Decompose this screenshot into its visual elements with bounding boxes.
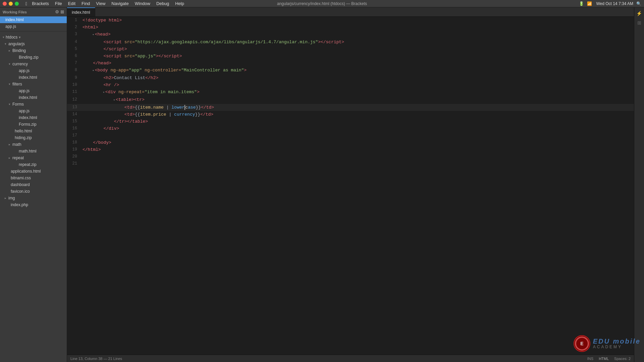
watermark-logo-icon: E: [574, 335, 590, 352]
tree-forms[interactable]: ▾ Forms: [0, 101, 67, 108]
line-content: <script src="app.js"></script>: [81, 53, 634, 60]
code-line-3: 3 ▾<head>: [67, 31, 634, 39]
extensions-icon[interactable]: ⊞: [636, 19, 643, 26]
tree-filters[interactable]: ▾ filters: [0, 81, 67, 87]
line-number: 9: [67, 74, 81, 81]
tree-repeat[interactable]: ▸ repeat: [0, 155, 67, 161]
line-number: 8: [67, 67, 81, 74]
tree-index-php[interactable]: index.php: [0, 201, 67, 208]
line-number: 2: [67, 24, 81, 31]
tree-forms-appjs[interactable]: app.js: [0, 108, 67, 114]
tree-repeat-zip[interactable]: repeat.zip: [0, 161, 67, 168]
tree-item-label: math.html: [19, 149, 37, 154]
maximize-button[interactable]: [15, 2, 19, 6]
tree-math-html[interactable]: math.html: [0, 148, 67, 155]
tree-bitnami-css[interactable]: bitnami.css: [0, 175, 67, 181]
tree-item-label: hiding.zip: [15, 135, 32, 140]
working-file-index-html[interactable]: index.html: [0, 16, 67, 23]
menu-find[interactable]: Find: [79, 0, 93, 7]
line-number: 1: [67, 17, 81, 24]
tree-currency[interactable]: ▾ currency: [0, 61, 67, 67]
htdocs-label: htdocs: [6, 35, 17, 40]
wifi-icon: 📶: [587, 1, 592, 6]
code-line-5: 5 </script>: [67, 46, 634, 53]
fold-arrow-icon[interactable]: ▾: [92, 69, 94, 72]
tree-forms-indexhtml[interactable]: index.html: [0, 114, 67, 121]
tree-currency-appjs[interactable]: app.js: [0, 67, 67, 74]
tree-forms-zip[interactable]: Forms.zip: [0, 121, 67, 128]
svg-text:E: E: [580, 341, 583, 346]
line-content: <h2>Contact List</h2>: [81, 74, 634, 81]
fold-arrow-icon[interactable]: ▾: [103, 91, 104, 94]
line-content: ▾<table><tr>: [81, 96, 634, 104]
menu-navigate[interactable]: Navigate: [109, 0, 131, 7]
editor-container: index.html 1 <!doctype html> 2 <html> 3 …: [67, 7, 634, 362]
line-number: 20: [67, 153, 81, 160]
window-title: angularjs/currency/index.html (htdocs) —…: [277, 1, 367, 6]
sidebar: Working Files ⚙ ⊠ index.html app.js ▾ ht…: [0, 7, 67, 362]
working-files-icons: ⚙ ⊠: [55, 9, 64, 14]
menu-brackets[interactable]: Brackets: [29, 0, 52, 7]
tree-currency-indexhtml[interactable]: index.html: [0, 74, 67, 81]
search-icon[interactable]: 🔍: [636, 1, 641, 6]
editor-tabs: index.html: [67, 7, 634, 17]
tree-filters-indexhtml[interactable]: index.html: [0, 94, 67, 101]
title-bar-left:  Brackets File Edit Find View Navigate …: [3, 0, 187, 7]
tree-item-label: dashboard: [11, 182, 30, 187]
tree-item-label: Forms.zip: [19, 122, 37, 127]
line-number: 10: [67, 81, 81, 88]
fold-arrow-icon[interactable]: ▾: [92, 33, 94, 37]
svg-point-1: [576, 338, 588, 350]
htdocs-arrow-indicator: ▾: [19, 35, 21, 40]
language-selector[interactable]: HTML: [599, 357, 609, 361]
tree-applications-html[interactable]: applications.html: [0, 168, 67, 175]
htdocs-folder[interactable]: ▾ htdocs ▾: [0, 33, 67, 41]
line-number: 19: [67, 146, 81, 153]
code-line-10: 10 <hr />: [67, 81, 634, 88]
close-button[interactable]: [3, 2, 7, 6]
tree-item-label: img: [8, 196, 15, 200]
tree-dashboard[interactable]: dashboard: [0, 181, 67, 188]
tree-math[interactable]: ▸ math: [0, 141, 67, 148]
line-content: ▾<head>: [81, 31, 634, 39]
close-all-icon[interactable]: ⊠: [60, 9, 64, 14]
tree-filters-appjs[interactable]: app.js: [0, 87, 67, 94]
spaces-setting[interactable]: Spaces: 2: [614, 357, 631, 361]
code-line-19: 19 </html>: [67, 146, 634, 153]
code-line-13: 13 <td>{{item.name | lowercase}}</td>: [67, 104, 634, 111]
line-content: ▾<body ng-app="app" ng-controller="MainC…: [81, 67, 634, 74]
tree-item-label: repeat.zip: [19, 162, 37, 167]
code-line-21: 21: [67, 160, 634, 167]
minimize-button[interactable]: [9, 2, 13, 6]
line-content: <hr />: [81, 81, 634, 88]
menu-window[interactable]: Window: [132, 0, 153, 7]
code-line-20: 20: [67, 153, 634, 160]
tree-favicon-ico[interactable]: favicon.ico: [0, 188, 67, 195]
menu-file[interactable]: File: [52, 0, 65, 7]
tree-hello-html[interactable]: hello.html: [0, 128, 67, 134]
menu-view[interactable]: View: [93, 0, 108, 7]
tree-img[interactable]: ▸ img: [0, 195, 67, 201]
working-file-app-js[interactable]: app.js: [0, 23, 67, 30]
tab-index-html[interactable]: index.html: [67, 7, 95, 16]
menu-help[interactable]: Help: [172, 0, 187, 7]
tree-item-label: app.js: [19, 68, 30, 73]
line-number: 16: [67, 125, 81, 132]
tree-binding-zip[interactable]: Binding.zip: [0, 54, 67, 61]
menu-debug[interactable]: Debug: [154, 0, 172, 7]
folder-arrow-icon: ▸: [9, 143, 10, 146]
line-content: </head>: [81, 60, 634, 67]
code-editor[interactable]: 1 <!doctype html> 2 <html> 3 ▾<head> 4 <…: [67, 17, 634, 355]
cursor-position: Line 13, Column 38 — 21 Lines: [70, 357, 122, 361]
menu-edit[interactable]: Edit: [65, 0, 78, 7]
tree-item-label: index.html: [19, 115, 37, 120]
line-number: 18: [67, 139, 81, 146]
code-line-15: 15 </tr></table>: [67, 118, 634, 125]
live-preview-icon[interactable]: ⚡: [636, 10, 643, 17]
watermark: E EDU mobile ACADEMY: [574, 335, 641, 352]
fold-arrow-icon[interactable]: ▾: [113, 99, 115, 102]
tree-hiding-zip[interactable]: hiding.zip: [0, 134, 67, 141]
settings-icon[interactable]: ⚙: [55, 9, 59, 14]
tree-angularjs[interactable]: ▾ angularjs: [0, 41, 67, 47]
tree-binding[interactable]: ▸ Binding: [0, 47, 67, 54]
